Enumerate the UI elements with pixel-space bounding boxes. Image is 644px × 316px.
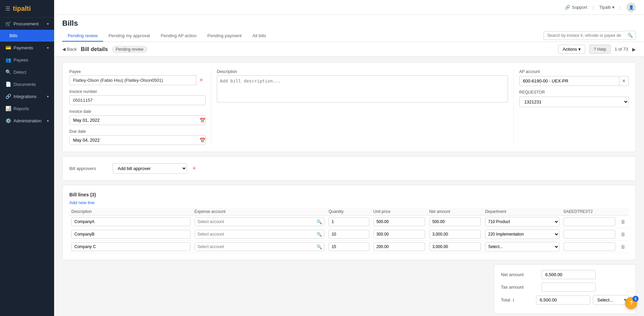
bill-approvers-card: Bill approvers Add bill approver +	[62, 156, 636, 181]
sidebar-item-detect[interactable]: 🔍 Detect	[0, 66, 54, 78]
requestor-select[interactable]: 1321231	[519, 97, 629, 107]
breadcrumb-title: Bill details	[81, 46, 108, 52]
page-header: Bills	[54, 15, 644, 30]
sidebar-item-reports[interactable]: 📊 Reports	[0, 102, 54, 115]
payee-add-button[interactable]: +	[197, 77, 206, 84]
bill-approvers-label: Bill approvers	[69, 166, 110, 171]
back-button[interactable]: ◀ Back	[62, 47, 77, 52]
line2-department-select[interactable]: 220 Implementation	[485, 229, 559, 239]
due-date-input[interactable]	[70, 136, 198, 145]
invoice-date-input[interactable]	[70, 116, 198, 125]
col-header-saeed: SAEEDTREST2	[561, 208, 617, 216]
bill-lines-table: Description Expense account Quantity Uni…	[69, 208, 629, 253]
breadcrumb-badge: Pending review	[112, 46, 147, 53]
payee-input[interactable]	[69, 75, 197, 85]
description-input[interactable]	[217, 75, 508, 102]
approvers-select[interactable]: Add bill approver	[113, 163, 187, 174]
requestor-label: REQUESTOR	[519, 90, 629, 95]
line3-net-amount-input[interactable]	[429, 242, 481, 251]
line1-qty-input[interactable]	[328, 217, 369, 226]
line2-description-input[interactable]	[71, 230, 190, 239]
ap-clear-button[interactable]: ✕	[619, 76, 629, 86]
calendar-icon-due[interactable]: 📅	[200, 138, 205, 143]
table-row: 🔍 220 Implementation	[69, 228, 629, 241]
search-icon[interactable]: 🔍	[315, 244, 324, 249]
search-icon[interactable]: 🔍	[315, 219, 324, 224]
line2-delete-button[interactable]: 🗑	[619, 232, 627, 237]
search-icon[interactable]: 🔍	[315, 232, 324, 237]
tab-pending-payment[interactable]: Pending payment	[202, 30, 247, 42]
sidebar-label-integrations: Integrations	[14, 94, 37, 99]
chevron-down-icon: ▾	[612, 5, 615, 10]
add-line-link[interactable]: Add new line	[69, 200, 94, 205]
line1-saeed-input[interactable]	[564, 217, 615, 226]
page-count: 1 of 73	[615, 47, 628, 52]
help-button[interactable]: ? Help	[589, 45, 611, 54]
line1-unit-price-input[interactable]	[373, 217, 425, 226]
sidebar-item-bills[interactable]: Bills	[0, 30, 54, 42]
chevron-down-icon: ▾	[47, 119, 49, 123]
search-input[interactable]	[544, 31, 625, 40]
ap-account-input[interactable]	[519, 76, 619, 86]
line3-description-input[interactable]	[71, 242, 190, 251]
page-title: Bills	[62, 19, 78, 28]
line3-unit-price-input[interactable]	[373, 242, 425, 251]
hamburger-icon[interactable]: ☰	[5, 5, 10, 12]
info-icon[interactable]: ℹ	[513, 298, 514, 302]
next-page-arrow[interactable]: ▶	[632, 47, 636, 52]
sidebar-item-documents[interactable]: 📄 Documents	[0, 78, 54, 90]
total-currency-select[interactable]: Select...	[593, 295, 629, 305]
actions-button[interactable]: Actions ▾	[558, 45, 585, 54]
line2-unit-price-input[interactable]	[373, 230, 425, 239]
payee-section: Payee + Invoice number Invoice date	[69, 69, 211, 145]
tab-all-bills[interactable]: All bills	[247, 30, 271, 42]
line2-saeed-input[interactable]	[564, 230, 615, 239]
line3-qty-input[interactable]	[328, 242, 369, 251]
line3-saeed-input[interactable]	[564, 242, 615, 251]
ap-account-input-group: ✕	[519, 76, 629, 86]
sidebar-item-integrations[interactable]: 🔗 Integrations ▾	[0, 90, 54, 102]
search-icon: 🔍	[625, 31, 636, 40]
bill-lines-title: Bill lines (3)	[69, 192, 96, 197]
col-header-description: Description	[69, 208, 192, 216]
sidebar-item-procurement[interactable]: 🛒 Procurement ▾	[0, 18, 54, 30]
support-link[interactable]: 🔗 Support	[565, 5, 587, 10]
col-header-quantity: Quantity	[326, 208, 371, 216]
line1-department-select[interactable]: 710 Product	[485, 217, 559, 226]
line2-net-amount-input[interactable]	[429, 230, 481, 239]
topbar-user[interactable]: Tipalti ▾	[599, 5, 614, 10]
toolbar-right: Actions ▾ ? Help 1 of 73 ▶	[558, 45, 636, 54]
net-amount-input[interactable]	[542, 270, 596, 279]
col-header-unit-price: Unit price	[371, 208, 427, 216]
approver-add-button[interactable]: +	[190, 165, 199, 172]
line1-expense-wrap: 🔍	[194, 217, 325, 226]
line2-expense-input[interactable]	[195, 230, 315, 238]
avatar-icon: 👤	[629, 5, 634, 10]
line3-department-select[interactable]: Select...	[485, 242, 559, 251]
sidebar-label-procurement: Procurement	[14, 21, 39, 26]
tax-amount-input[interactable]	[542, 283, 596, 292]
line3-delete-button[interactable]: 🗑	[619, 244, 627, 249]
sidebar-item-payments[interactable]: 💳 Payments ▾	[0, 42, 54, 54]
total-label: Total ℹ	[501, 297, 536, 302]
invoice-number-input[interactable]	[69, 95, 206, 105]
total-input[interactable]	[536, 295, 590, 305]
tab-pending-ap-action[interactable]: Pending AP action	[155, 30, 202, 42]
sidebar-item-payees[interactable]: 👥 Payees	[0, 54, 54, 66]
form-main-row: Payee + Invoice number Invoice date	[69, 69, 629, 145]
line1-expense-input[interactable]	[195, 218, 315, 226]
line1-delete-button[interactable]: 🗑	[619, 219, 627, 224]
avatar[interactable]: 👤	[626, 3, 636, 12]
line3-expense-wrap: 🔍	[194, 242, 325, 251]
calendar-icon[interactable]: 📅	[200, 118, 205, 123]
help-float-button[interactable]: ? 5	[625, 297, 637, 309]
line1-description-input[interactable]	[71, 217, 190, 226]
payments-icon: 💳	[5, 45, 11, 50]
line2-qty-input[interactable]	[328, 230, 369, 239]
line1-net-amount-input[interactable]	[429, 217, 481, 226]
tab-pending-my-approval[interactable]: Pending my approval	[103, 30, 155, 42]
sidebar-item-administration[interactable]: ⚙️ Administration ▾	[0, 115, 54, 127]
search-bar: 🔍	[544, 31, 636, 40]
tab-pending-review[interactable]: Pending review	[62, 30, 103, 42]
line3-expense-input[interactable]	[195, 243, 315, 251]
